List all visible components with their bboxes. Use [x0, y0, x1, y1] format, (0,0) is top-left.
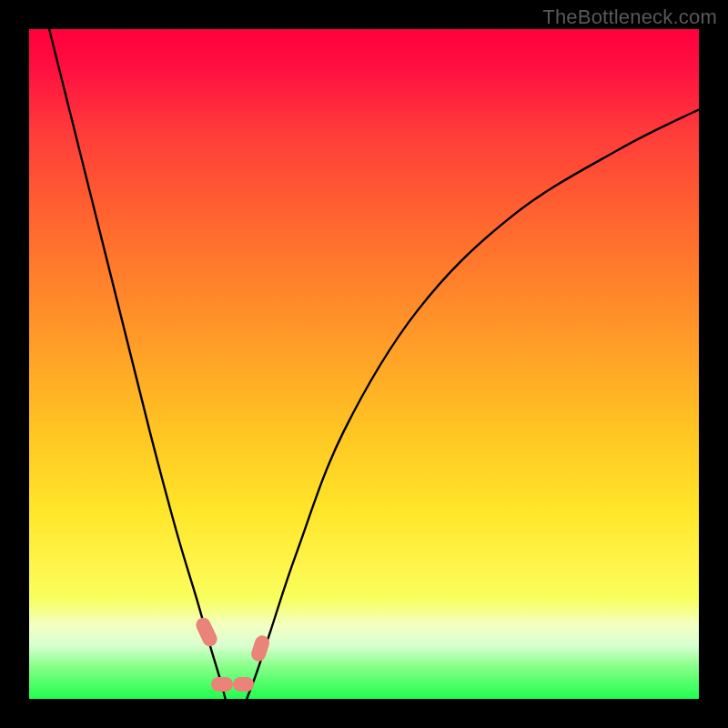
ideal-marker-1	[211, 677, 233, 692]
watermark-text: TheBottleneck.com	[542, 5, 717, 29]
plot-area	[29, 29, 699, 699]
curve-svg	[29, 29, 699, 699]
ideal-marker-2	[233, 677, 255, 692]
chart-container: TheBottleneck.com	[0, 0, 728, 728]
curve-left	[49, 29, 226, 699]
curve-right	[247, 109, 699, 699]
